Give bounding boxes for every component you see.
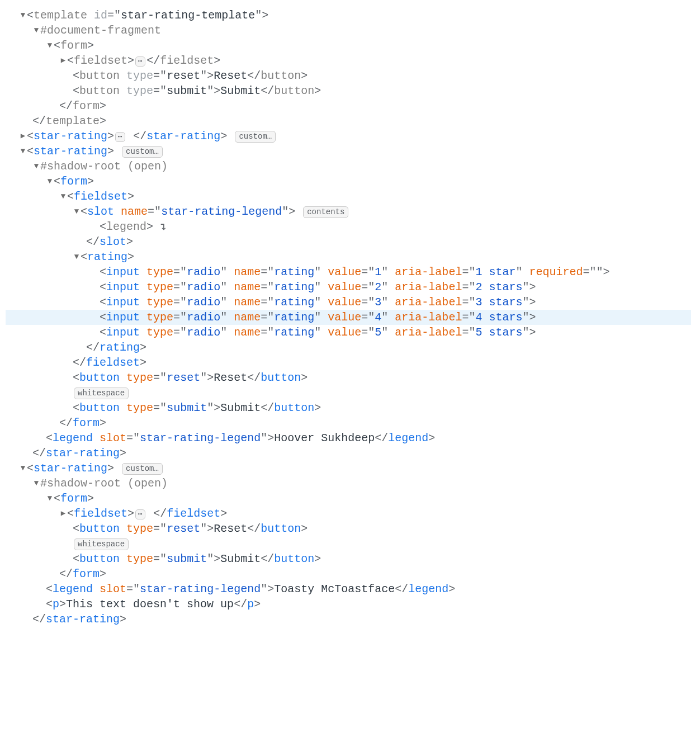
attr-value: star-rating-legend [140, 432, 261, 445]
expand-arrow-icon[interactable]: ▼ [32, 161, 40, 172]
tree-row[interactable]: ▼<star-rating> custom… [6, 461, 691, 476]
tree-row[interactable]: <button type="reset">Reset</button> [6, 521, 691, 536]
text-content: Submit [220, 401, 261, 414]
tree-row[interactable]: </rating> [6, 340, 691, 355]
attr-name: type [126, 371, 153, 384]
tag-name: button [261, 69, 301, 82]
tree-row[interactable]: ▼<form> [6, 174, 691, 189]
tag-name: star-rating [34, 145, 107, 158]
reveal-icon[interactable]: ↴ [160, 220, 167, 233]
custom-badge[interactable]: custom… [122, 146, 163, 158]
attr-value: radio [187, 266, 220, 278]
tree-row[interactable]: <input type="radio" name="rating" value=… [6, 325, 691, 340]
whitespace-badge[interactable]: whitespace [74, 388, 129, 399]
tree-row[interactable]: </form> [6, 415, 691, 431]
tag-name: slot [100, 235, 126, 248]
tag-name: rating [100, 341, 140, 354]
ellipsis-badge[interactable]: ⋯ [115, 132, 125, 142]
tree-row[interactable]: <legend slot="star-rating-legend">Toasty… [6, 582, 691, 597]
tree-row[interactable]: <button type="submit">Submit</button> [6, 551, 691, 566]
tree-row[interactable]: <legend> ↴ [6, 219, 691, 234]
tree-row[interactable]: whitespace [6, 385, 691, 400]
text-content: Submit [220, 84, 261, 97]
attr-name: type [146, 311, 173, 324]
attr-name: name [121, 205, 148, 218]
tree-row[interactable]: </slot> [6, 234, 691, 249]
tree-row[interactable]: <p>This text doesn't show up</p> [6, 597, 691, 612]
tree-row[interactable]: </star-rating> [6, 612, 691, 627]
attr-value: radio [187, 326, 220, 339]
tree-row[interactable]: ▼<form> [6, 38, 691, 53]
expand-arrow-icon[interactable]: ▶ [19, 131, 27, 141]
tree-row[interactable]: ▼#document-fragment [6, 23, 691, 38]
tree-row[interactable]: <legend slot="star-rating-legend">Hoover… [6, 431, 691, 446]
expand-arrow-icon[interactable]: ▼ [46, 40, 54, 51]
expand-arrow-icon[interactable]: ▼ [19, 463, 27, 474]
tree-row[interactable]: <input type="radio" name="rating" value=… [6, 264, 691, 280]
tag-name: form [60, 492, 87, 505]
expand-arrow-icon[interactable]: ▼ [59, 191, 67, 202]
tree-row[interactable]: </form> [6, 98, 691, 114]
tree-row[interactable]: ▼<form> [6, 491, 691, 506]
ellipsis-badge[interactable]: ⋯ [135, 509, 145, 519]
expand-arrow-icon[interactable]: ▼ [19, 146, 27, 157]
tree-row[interactable]: ▼#shadow-root (open) [6, 159, 691, 174]
tree-row-selected[interactable]: <input type="radio" name="rating" value=… [6, 310, 691, 325]
expand-arrow-icon[interactable]: ▼ [73, 252, 81, 262]
tree-row[interactable]: ▼<slot name="star-rating-legend"> conten… [6, 204, 691, 219]
tree-row[interactable]: ▼<rating> [6, 249, 691, 264]
tag-name: button [79, 84, 120, 97]
attr-name: type [146, 266, 173, 278]
tag-name: button [79, 522, 120, 535]
tree-row[interactable]: <button type="submit">Submit</button> [6, 400, 691, 415]
tree-row[interactable]: <input type="radio" name="rating" value=… [6, 295, 691, 310]
tree-row[interactable]: ▼<star-rating> custom… [6, 144, 691, 159]
tree-row[interactable]: </form> [6, 566, 691, 582]
tree-row[interactable]: <button type="reset">Reset</button> [6, 68, 691, 83]
attr-value: reset [167, 69, 200, 82]
tree-row[interactable]: ▶<fieldset>⋯ </fieldset> [6, 506, 691, 521]
tree-row[interactable]: <input type="radio" name="rating" value=… [6, 280, 691, 295]
attr-value: star-rating-legend [161, 205, 282, 218]
tree-row[interactable]: <button type="reset">Reset</button> [6, 370, 691, 385]
tag-name: form [73, 100, 100, 112]
tree-row[interactable]: ▶<fieldset>⋯</fieldset> [6, 53, 691, 68]
attr-name: aria-label [395, 281, 462, 294]
custom-badge[interactable]: custom… [235, 131, 276, 143]
tag-name: input [106, 296, 140, 309]
tree-row[interactable]: ▼<fieldset> [6, 189, 691, 204]
tree-row[interactable]: whitespace [6, 536, 691, 551]
tree-row[interactable]: ▼#shadow-root (open) [6, 476, 691, 491]
attr-name: value [328, 296, 361, 309]
tag-name: p [247, 598, 254, 611]
expand-arrow-icon[interactable]: ▼ [46, 493, 54, 504]
tree-row[interactable]: </star-rating> [6, 446, 691, 461]
attr-name: slot [100, 432, 126, 445]
contents-badge[interactable]: contents [303, 206, 348, 218]
attr-value: rating [274, 326, 314, 339]
expand-arrow-icon[interactable]: ▶ [59, 508, 67, 519]
tag-name: button [79, 552, 120, 565]
expand-arrow-icon[interactable]: ▼ [32, 478, 40, 489]
expand-arrow-icon[interactable]: ▼ [46, 176, 54, 187]
ellipsis-badge[interactable]: ⋯ [135, 56, 145, 67]
tag-name: star-rating [34, 462, 107, 475]
tree-row[interactable]: <button type="submit">Submit</button> [6, 83, 691, 98]
tag-name: button [274, 84, 314, 97]
tag-name: button [79, 401, 120, 414]
tree-row[interactable]: ▼<template id="star-rating-template"> [6, 8, 691, 23]
tag-name: button [79, 69, 120, 82]
expand-arrow-icon[interactable]: ▼ [73, 206, 81, 217]
expand-arrow-icon[interactable]: ▼ [32, 25, 40, 36]
tree-row[interactable]: ▶<star-rating>⋯ </star-rating> custom… [6, 129, 691, 144]
custom-badge[interactable]: custom… [122, 463, 163, 475]
tag-name: legend [53, 583, 93, 596]
attr-name: name [234, 326, 261, 339]
attr-value: submit [167, 552, 207, 565]
expand-arrow-icon[interactable]: ▶ [59, 55, 67, 66]
attr-name: type [146, 296, 173, 309]
whitespace-badge[interactable]: whitespace [74, 538, 129, 550]
tree-row[interactable]: </fieldset> [6, 355, 691, 370]
expand-arrow-icon[interactable]: ▼ [19, 10, 27, 21]
tree-row[interactable]: </template> [6, 114, 691, 129]
